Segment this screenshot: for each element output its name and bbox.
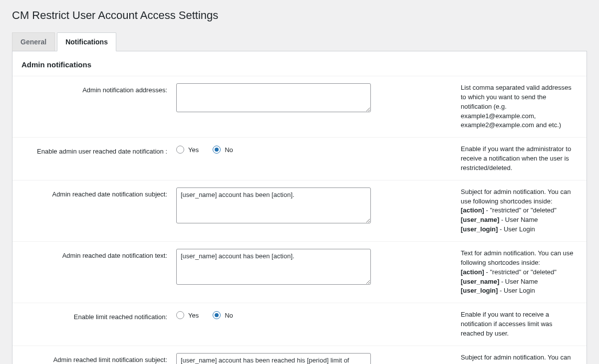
radio-icon xyxy=(176,146,184,154)
shortcode-tag: [action] xyxy=(461,206,484,214)
field-help: Enable if you want to receive a notifica… xyxy=(381,310,578,339)
shortcode-desc: - User Name xyxy=(499,278,538,285)
shortcode-desc: - User Name xyxy=(499,216,538,223)
enable-reached-date-no[interactable]: No xyxy=(213,146,233,154)
shortcode-tag: [user_login] xyxy=(461,287,498,294)
field-label: Enable admin user reached date notificat… xyxy=(21,145,171,155)
help-intro: Subject for admin notification. You can … xyxy=(461,187,578,206)
field-help: Text for admin notification. You can use… xyxy=(381,249,578,296)
section-title: Admin notifications xyxy=(12,60,587,76)
row-reached-date-text: Admin reached date notification text: Te… xyxy=(12,241,587,303)
enable-limit-no[interactable]: No xyxy=(213,311,233,319)
reached-limit-subject-input[interactable] xyxy=(176,353,371,364)
row-enable-reached-date: Enable admin user reached date notificat… xyxy=(12,137,587,180)
reached-date-text-input[interactable] xyxy=(176,249,371,285)
tab-general[interactable]: General xyxy=(12,32,55,51)
enable-limit-radio-group: Yes No xyxy=(176,310,376,319)
radio-label: No xyxy=(225,312,233,319)
reached-date-subject-input[interactable] xyxy=(176,187,371,223)
radio-label: No xyxy=(225,146,233,154)
row-admin-notification-addresses: Admin notification addresses: List comma… xyxy=(12,76,587,137)
shortcode-tag: [action] xyxy=(461,268,484,276)
field-label: Admin reached date notification text: xyxy=(21,249,171,259)
shortcode-tag: [user_name] xyxy=(461,216,499,223)
field-help: Enable if you want the administrator to … xyxy=(381,145,578,173)
shortcode-tag: [user_name] xyxy=(461,278,499,285)
tab-notifications[interactable]: Notifications xyxy=(57,32,116,51)
enable-reached-date-yes[interactable]: Yes xyxy=(176,146,199,154)
radio-icon xyxy=(213,146,221,154)
settings-panel: Admin notifications Admin notification a… xyxy=(12,51,587,364)
row-reached-limit-subject: Admin reached limit notification subject… xyxy=(12,346,587,364)
row-reached-date-subject: Admin reached date notification subject:… xyxy=(12,180,587,241)
field-label: Admin reached date notification subject: xyxy=(21,187,171,198)
radio-label: Yes xyxy=(188,312,199,319)
shortcode-tag: [user_login] xyxy=(461,225,498,233)
field-help: Subject for admin notification. You can … xyxy=(381,187,578,234)
shortcode-desc: - User Login xyxy=(498,287,535,294)
admin-notification-addresses-input[interactable] xyxy=(176,83,371,112)
radio-label: Yes xyxy=(188,146,199,154)
enable-reached-date-radio-group: Yes No xyxy=(176,145,376,154)
tabs: General Notifications xyxy=(12,32,587,51)
radio-icon xyxy=(176,311,184,319)
enable-limit-yes[interactable]: Yes xyxy=(176,311,199,319)
field-help: Subject for admin notification. You can … xyxy=(381,353,578,364)
shortcode-desc: - User Login xyxy=(498,225,535,233)
row-enable-limit: Enable limit reached notification: Yes N… xyxy=(12,303,587,346)
field-help: List comma separated valid addresses to … xyxy=(381,83,578,130)
help-intro: Text for admin notification. You can use… xyxy=(461,249,578,268)
help-intro: Subject for admin notification. You can … xyxy=(461,353,578,364)
field-label: Admin notification addresses: xyxy=(21,83,171,94)
page-title: CM Restrict User Account Access Settings xyxy=(12,9,587,22)
field-label: Admin reached limit notification subject… xyxy=(21,353,171,364)
field-label: Enable limit reached notification: xyxy=(21,310,171,321)
shortcode-desc: - "restricted" or "deleted" xyxy=(484,206,557,214)
shortcode-desc: - "restricted" or "deleted" xyxy=(484,268,557,276)
radio-icon xyxy=(213,311,221,319)
